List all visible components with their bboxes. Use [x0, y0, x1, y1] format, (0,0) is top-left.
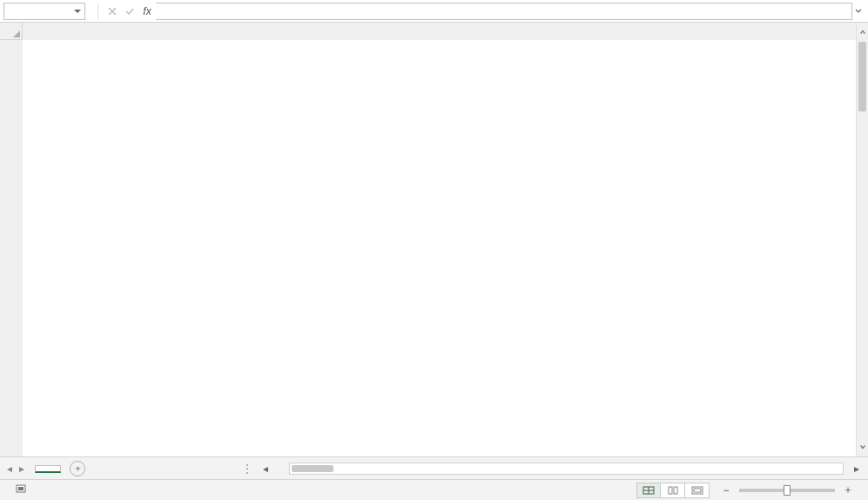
svg-rect-5: [669, 487, 672, 494]
separator: [98, 3, 98, 19]
horizontal-scrollbar[interactable]: [289, 463, 844, 475]
status-bar: − ＋: [0, 479, 868, 500]
zoom-out-button[interactable]: −: [720, 484, 732, 497]
horizontal-scroll-thumb[interactable]: [292, 465, 333, 472]
cells-area[interactable]: [23, 40, 856, 456]
spreadsheet-grid: [0, 23, 868, 456]
svg-rect-6: [674, 487, 677, 494]
zoom-slider-knob[interactable]: [784, 485, 791, 496]
insert-function-icon[interactable]: fx: [138, 3, 156, 20]
scroll-down-icon[interactable]: [857, 441, 868, 453]
view-page-layout-button[interactable]: [661, 483, 685, 498]
vertical-scrollbar[interactable]: [856, 23, 868, 456]
column-headers: [23, 23, 856, 40]
svg-rect-1: [18, 487, 24, 490]
formula-bar: fx: [0, 0, 868, 23]
sheet-nav-arrows[interactable]: ◂ ▸: [5, 463, 26, 475]
select-all-corner[interactable]: [0, 23, 23, 40]
row-headers: [0, 40, 23, 456]
view-mode-buttons: [636, 483, 710, 498]
view-normal-button[interactable]: [636, 483, 661, 498]
name-box[interactable]: [3, 3, 85, 20]
enter-formula-icon[interactable]: [121, 3, 138, 20]
chevron-down-icon: [74, 10, 81, 13]
cancel-formula-icon[interactable]: [104, 3, 121, 20]
formula-input[interactable]: [156, 3, 852, 20]
scroll-up-icon[interactable]: [857, 26, 868, 38]
hscroll-right-icon[interactable]: ▸: [851, 463, 863, 475]
sheet-tab-sheet1[interactable]: [35, 465, 61, 473]
zoom-in-button[interactable]: ＋: [842, 483, 854, 497]
zoom-slider[interactable]: [739, 489, 835, 492]
macro-record-icon[interactable]: [16, 483, 28, 497]
vertical-scroll-thumb[interactable]: [858, 42, 866, 111]
sheet-nav-prev-icon[interactable]: ◂: [5, 463, 14, 475]
view-page-break-button[interactable]: [685, 483, 710, 498]
sheet-nav-next-icon[interactable]: ▸: [17, 463, 26, 475]
sheet-tab-bar: ◂ ▸ ＋ ⋮ ◂ ▸: [0, 456, 868, 479]
hscroll-left-icon[interactable]: ◂: [259, 463, 272, 475]
expand-formula-bar-icon[interactable]: [852, 7, 865, 16]
svg-rect-8: [694, 489, 701, 492]
tab-split-handle-icon[interactable]: ⋮: [242, 463, 254, 475]
add-sheet-button[interactable]: ＋: [70, 461, 85, 476]
